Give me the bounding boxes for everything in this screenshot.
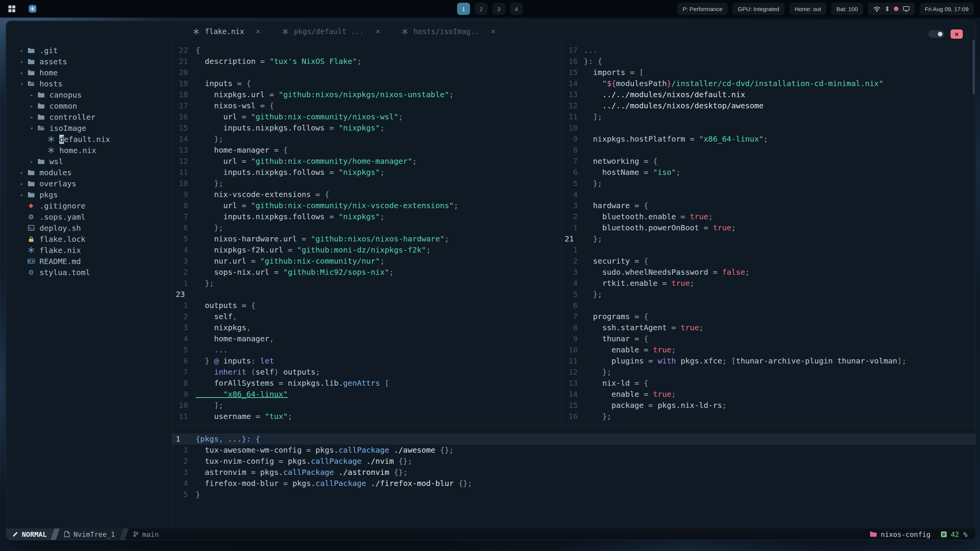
- status-dot-icon[interactable]: [894, 7, 898, 11]
- code-line[interactable]: 8 url = "github:nix-community/nix-vscode…: [172, 200, 561, 211]
- code-line[interactable]: 2 self,: [172, 311, 561, 322]
- code-line[interactable]: 1 tux-awesome-wm-config = pkgs.callPacka…: [172, 445, 976, 456]
- code-line[interactable]: 14 };: [172, 134, 561, 145]
- code-line[interactable]: 14 "${modulesPath}/installer/cd-dvd/inst…: [562, 78, 976, 89]
- tree-item[interactable]: ▸.git: [6, 45, 172, 56]
- code-line[interactable]: 7 inherit (self) outputs;: [172, 367, 561, 378]
- code-line[interactable]: 15 package = pkgs.nix-ld-rs;: [562, 400, 976, 411]
- code-line[interactable]: 15 inputs.nixpkgs.follows = "nixpkgs";: [172, 122, 561, 134]
- code-line[interactable]: 13 home-manager = {: [172, 145, 561, 156]
- workspace-button[interactable]: 3: [492, 3, 505, 15]
- code-line[interactable]: 6 };: [172, 222, 561, 233]
- code-line[interactable]: 16 };: [562, 411, 976, 422]
- code-line[interactable]: 12 ../../modules/nixos/desktop/awesome: [562, 100, 976, 111]
- code-line[interactable]: 9 nix-vscode-extensions = {: [172, 189, 561, 200]
- code-line[interactable]: 6: [562, 300, 976, 311]
- code-line[interactable]: 1: [562, 245, 976, 256]
- code-line[interactable]: 1 };: [172, 278, 561, 289]
- editor-pane-isoimage[interactable]: 17...16}: {15 imports = [14 "${modulesPa…: [562, 42, 976, 425]
- code-line[interactable]: 8 forAllSystems = nixpkgs.lib.genAttrs [: [172, 378, 561, 389]
- editor-tab[interactable]: hosts/isoImag..×: [391, 21, 506, 42]
- tree-item[interactable]: ▸assets: [6, 56, 172, 67]
- code-line[interactable]: 9 "x86_64-linux": [172, 389, 561, 400]
- code-line[interactable]: 8 ssh.startAgent = true;: [562, 322, 976, 333]
- code-line[interactable]: 11 ];: [562, 111, 976, 122]
- code-line[interactable]: 5 };: [562, 289, 976, 300]
- workspace-button[interactable]: 1: [457, 3, 470, 15]
- code-line[interactable]: 5 };: [562, 178, 976, 189]
- code-line[interactable]: 4 home-manager,: [172, 333, 561, 344]
- code-line[interactable]: 17...: [562, 45, 976, 56]
- code-line[interactable]: 21 };: [562, 233, 976, 245]
- tree-item[interactable]: ▾isoImage: [6, 122, 172, 134]
- tree-item[interactable]: ▸common: [6, 100, 172, 111]
- app-menu-icon[interactable]: [27, 3, 38, 15]
- tree-item[interactable]: flake.nix: [6, 245, 172, 256]
- code-line[interactable]: 9 thunar = {: [562, 333, 976, 344]
- tree-item[interactable]: default.nix: [6, 134, 172, 145]
- editor-tab[interactable]: flake.nix×: [182, 21, 271, 42]
- code-line[interactable]: 1{pkgs, ...}: {: [172, 434, 976, 445]
- editor-pane-flake[interactable]: 22{21 description = "tux's NixOS Flake";…: [172, 42, 561, 425]
- code-line[interactable]: 23: [172, 289, 561, 300]
- code-line[interactable]: 12 url = "github:nix-community/home-mana…: [172, 156, 561, 167]
- code-line[interactable]: 1 outputs = {: [172, 300, 561, 311]
- code-line[interactable]: 7 programs = {: [562, 311, 976, 322]
- code-line[interactable]: 3 nur.url = "github:nix-community/nur";: [172, 256, 561, 267]
- tree-item[interactable]: ▸home: [6, 67, 172, 78]
- tree-item[interactable]: .gitignore: [6, 200, 172, 211]
- wifi-icon[interactable]: [873, 6, 880, 12]
- tree-item[interactable]: home.nix: [6, 145, 172, 156]
- code-line[interactable]: 7 networking = {: [562, 156, 976, 167]
- code-line[interactable]: 11 inputs.nixpkgs.follows = "nixpkgs";: [172, 167, 561, 178]
- tree-item[interactable]: ⚙stylua.toml: [6, 267, 172, 278]
- code-line[interactable]: 15 imports = [: [562, 67, 976, 78]
- code-line[interactable]: 4: [562, 189, 976, 200]
- code-line[interactable]: 3 hardware = {: [562, 200, 976, 211]
- code-line[interactable]: 5}: [172, 489, 976, 500]
- code-line[interactable]: 11 plugins = with pkgs.xfce; [thunar-arc…: [562, 355, 976, 367]
- tree-item[interactable]: flake.lock: [6, 233, 172, 245]
- tab-close-icon[interactable]: ×: [491, 27, 496, 36]
- tree-item[interactable]: deploy.sh: [6, 222, 172, 233]
- tab-close-icon[interactable]: ×: [376, 27, 381, 36]
- code-line[interactable]: 11 username = "tux";: [172, 411, 561, 422]
- code-line[interactable]: 2 sops-nix.url = "github:Mic92/sops-nix"…: [172, 267, 561, 278]
- tree-item[interactable]: ▸controller: [6, 111, 172, 122]
- tab-close-icon[interactable]: ×: [256, 27, 261, 36]
- editor-tab[interactable]: pkgs/default ...×: [271, 21, 391, 42]
- ontop-toggle[interactable]: [928, 30, 944, 38]
- code-line[interactable]: 14 enable = true;: [562, 389, 976, 400]
- code-line[interactable]: 18 nixpkgs.url = "github:nixos/nixpkgs/n…: [172, 89, 561, 100]
- workspace-button[interactable]: 2: [475, 3, 488, 15]
- code-line[interactable]: 10: [562, 122, 976, 134]
- code-line[interactable]: 5 ...: [172, 344, 561, 355]
- tree-item[interactable]: ▾hosts: [6, 78, 172, 89]
- scrollbar-thumb[interactable]: [973, 40, 975, 94]
- code-line[interactable]: 7 inputs.nixpkgs.follows = "nixpkgs";: [172, 211, 561, 222]
- code-line[interactable]: 22{: [172, 45, 561, 56]
- code-line[interactable]: 4 nixpkgs-f2k.url = "github:moni-dz/nixp…: [172, 245, 561, 256]
- code-line[interactable]: 21 description = "tux's NixOS Flake";: [172, 56, 561, 67]
- tree-item[interactable]: README.md: [6, 256, 172, 267]
- display-icon[interactable]: [903, 6, 910, 12]
- code-line[interactable]: 4 firefox-mod-blur = pkgs.callPackage ./…: [172, 478, 976, 489]
- tree-item[interactable]: ▸pkgs: [6, 189, 172, 200]
- code-line[interactable]: 10 };: [172, 178, 561, 189]
- code-line[interactable]: 3 sudo.wheelNeedsPassword = false;: [562, 267, 976, 278]
- code-line[interactable]: 2 bluetooth.enable = true;: [562, 211, 976, 222]
- code-line[interactable]: 19 inputs = {: [172, 78, 561, 89]
- code-line[interactable]: 5 nixos-hardware.url = "github:nixos/nix…: [172, 233, 561, 245]
- editor-pane-pkgs[interactable]: 1{pkgs, ...}: {1 tux-awesome-wm-config =…: [172, 425, 976, 528]
- code-line[interactable]: 10 ];: [172, 400, 561, 411]
- code-line[interactable]: 8: [562, 145, 976, 156]
- code-line[interactable]: 6 hostName = "iso";: [562, 167, 976, 178]
- code-line[interactable]: 4 rtkit.enable = true;: [562, 278, 976, 289]
- code-line[interactable]: 16 url = "github:nix-community/nixos-wsl…: [172, 111, 561, 122]
- code-line[interactable]: 9 nixpkgs.hostPlatform = "x86_64-linux";: [562, 134, 976, 145]
- code-line[interactable]: 2 security = {: [562, 256, 976, 267]
- code-line[interactable]: 2 tux-nvim-config = pkgs.callPackage ./n…: [172, 456, 976, 467]
- code-line[interactable]: 12 };: [562, 367, 976, 378]
- tree-item[interactable]: ▸modules: [6, 167, 172, 178]
- bluetooth-icon[interactable]: [885, 6, 889, 12]
